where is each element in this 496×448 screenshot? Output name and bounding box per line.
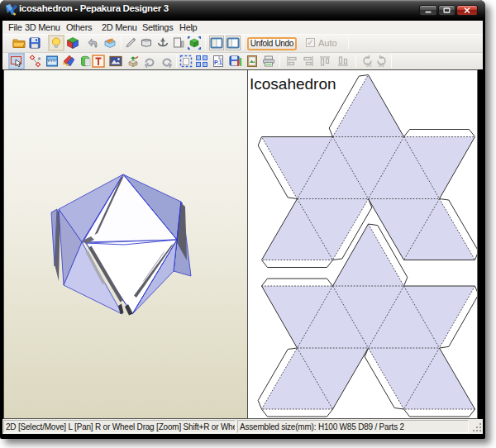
svg-text:90: 90 [366, 62, 373, 68]
svg-text:P.1: P.1 [214, 60, 222, 65]
svg-text:90: 90 [379, 62, 385, 68]
